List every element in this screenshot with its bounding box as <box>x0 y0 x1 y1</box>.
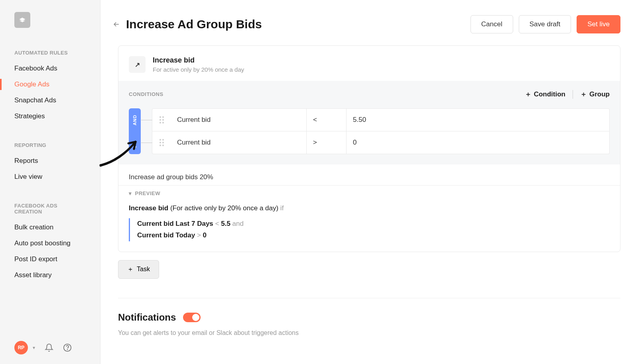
sidebar-item-reports[interactable]: Reports <box>0 153 100 169</box>
notifications-subtitle: You can get alerts to your email or Slac… <box>118 329 620 337</box>
notifications-title: Notifications <box>118 312 176 323</box>
preview-body: Increase bid (For active only by 20% onc… <box>118 200 620 252</box>
preview-action-name: Increase bid <box>129 204 168 212</box>
sidebar-item-facebook-ads[interactable]: Facebook Ads <box>0 61 100 76</box>
task-summary: Increase ad group bids 20% <box>118 164 620 185</box>
conditions-label: CONDITIONS <box>129 91 163 97</box>
drag-handle-icon[interactable] <box>152 109 171 131</box>
main: Increase Ad Group Bids Cancel Save draft… <box>100 0 638 364</box>
sidebar-item-asset-library[interactable]: Asset library <box>0 267 100 283</box>
notifications-toggle[interactable] <box>183 313 201 322</box>
divider <box>118 298 620 298</box>
avatar-caret-icon[interactable]: ▾ <box>33 345 35 350</box>
condition-field[interactable]: Current bid <box>171 109 306 131</box>
plus-icon: ＋ <box>127 265 134 274</box>
logo[interactable] <box>14 12 30 28</box>
add-operator-icon[interactable]: + <box>133 144 136 150</box>
set-live-button[interactable]: Set live <box>577 15 620 33</box>
action-title: Increase bid <box>153 56 244 65</box>
sidebar-item-auto-post-boosting[interactable]: Auto post boosting <box>0 235 100 251</box>
preview-toggle[interactable]: ▾ PREVIEW <box>118 185 620 200</box>
cancel-button[interactable]: Cancel <box>471 15 513 33</box>
preview-line: Current bid Today > 0 <box>137 230 610 241</box>
condition-value[interactable]: 0 <box>346 131 609 154</box>
logic-operator-label: AND <box>132 115 137 125</box>
page-header: Increase Ad Group Bids Cancel Save draft… <box>100 0 638 42</box>
condition-operator[interactable]: > <box>306 131 346 154</box>
avatar[interactable]: RP <box>14 341 28 354</box>
sidebar-item-strategies[interactable]: Strategies <box>0 108 100 124</box>
svg-point-1 <box>67 349 68 350</box>
bell-icon[interactable] <box>45 343 53 352</box>
chevron-down-icon: ▾ <box>129 190 132 196</box>
add-group-button[interactable]: ＋ Group <box>580 90 610 99</box>
sidebar-item-bulk-creation[interactable]: Bulk creation <box>0 219 100 235</box>
drag-handle-icon[interactable] <box>152 131 171 154</box>
nav-section-title-reporting: REPORTING <box>0 142 100 148</box>
task-card: ↗ Increase bid For active only by 20% on… <box>118 45 620 252</box>
add-task-button[interactable]: ＋ Task <box>118 260 159 279</box>
preview-line: Current bid Last 7 Days < 5.5 and <box>137 218 610 230</box>
action-subtitle: For active only by 20% once a day <box>153 66 244 73</box>
nav-section-title-fbcreation: FACEBOOK ADS CREATION <box>0 203 100 215</box>
save-draft-button[interactable]: Save draft <box>519 15 571 33</box>
page-title: Increase Ad Group Bids <box>126 18 262 31</box>
notifications-header: Notifications <box>118 312 620 323</box>
separator <box>573 90 573 99</box>
conditions-panel: CONDITIONS ＋ Condition ＋ Group <box>118 81 620 164</box>
condition-row: Current bid < 5.50 <box>152 108 610 131</box>
sidebar-item-post-id-export[interactable]: Post ID export <box>0 251 100 267</box>
plus-icon: ＋ <box>580 90 587 99</box>
preview-if: if <box>280 204 284 212</box>
condition-value[interactable]: 5.50 <box>346 109 609 131</box>
add-condition-button[interactable]: ＋ Condition <box>525 90 565 99</box>
back-arrow-icon[interactable] <box>112 20 121 29</box>
condition-field[interactable]: Current bid <box>171 131 306 154</box>
plus-icon: ＋ <box>525 90 532 99</box>
sidebar-item-google-ads[interactable]: Google Ads <box>0 76 100 92</box>
condition-operator[interactable]: < <box>306 109 346 131</box>
nav-section-title-rules: AUTOMATED RULES <box>0 50 100 56</box>
action-type-icon: ↗ <box>129 56 146 73</box>
preview-action-detail: (For active only by 20% once a day) <box>168 204 280 212</box>
help-icon[interactable] <box>63 343 72 352</box>
logic-operator-rail[interactable]: AND + <box>129 108 141 154</box>
sidebar-item-live-view[interactable]: Live view <box>0 169 100 185</box>
condition-row: Current bid > 0 <box>152 131 610 154</box>
sidebar: AUTOMATED RULES Facebook Ads Google Ads … <box>0 0 100 364</box>
sidebar-item-snapchat-ads[interactable]: Snapchat Ads <box>0 92 100 108</box>
